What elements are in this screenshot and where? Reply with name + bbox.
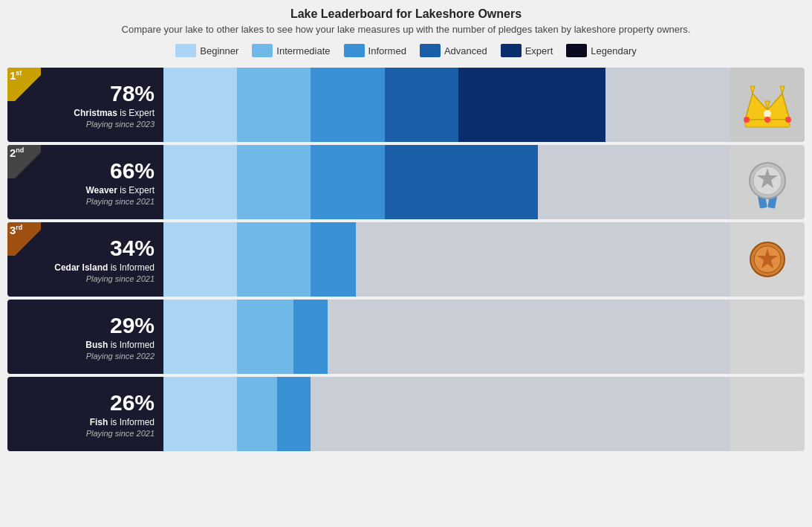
leaderboard-row-2: 2nd 66% Weaver is Expert Playing since 2… xyxy=(7,145,805,219)
row-trophy xyxy=(730,377,805,451)
bar-segment-beginner xyxy=(163,222,237,297)
row-percent: 29% xyxy=(30,313,155,338)
rank-number: 3rd xyxy=(10,224,22,236)
lake-level: is Expert xyxy=(120,185,155,195)
row-info: 3rd 34% Cedar Island is Informed Playing… xyxy=(7,222,163,297)
bar-segment-beginner xyxy=(163,377,237,451)
row-info: 2nd 66% Weaver is Expert Playing since 2… xyxy=(7,145,163,219)
legend-item-intermediate: Intermediate xyxy=(252,44,330,57)
rank-number: 1st xyxy=(10,70,22,81)
row-trophy xyxy=(730,222,805,297)
bar-segment-beginner xyxy=(163,68,237,142)
bar-segment-expert xyxy=(458,68,605,142)
leaderboard-row-3: 3rd 34% Cedar Island is Informed Playing… xyxy=(7,222,805,297)
svg-point-4 xyxy=(785,117,791,123)
row-info: 1st 78% Christmas is Expert Playing sinc… xyxy=(7,68,163,142)
legend-swatch xyxy=(420,44,441,57)
row-trophy xyxy=(730,68,805,142)
row-trophy xyxy=(730,145,805,219)
legend-swatch xyxy=(252,44,273,57)
lake-level: is Expert xyxy=(120,108,155,118)
bar-segment-intermediate xyxy=(237,68,311,142)
row-percent: 34% xyxy=(30,236,155,261)
row-percent: 66% xyxy=(30,158,155,184)
row-bar-area xyxy=(163,300,730,374)
svg-marker-6 xyxy=(750,86,755,94)
legend-item-expert: Expert xyxy=(501,44,553,57)
rank-badge: 3rd xyxy=(7,222,41,256)
lake-name: Weaver xyxy=(85,185,117,195)
legend-swatch xyxy=(344,44,365,57)
row-name-level: Christmas is Expert xyxy=(30,108,155,118)
silver-medal-icon xyxy=(745,155,790,210)
bar-segment-beginner xyxy=(163,300,237,374)
lake-name: Cedar Island xyxy=(54,262,108,273)
bar-segment-intermediate xyxy=(237,377,276,451)
bar-segment-intermediate xyxy=(237,145,311,219)
bar-segment-intermediate xyxy=(237,300,293,374)
legend: BeginnerIntermediateInformedAdvancedExpe… xyxy=(7,44,805,57)
legend-item-informed: Informed xyxy=(344,44,406,57)
playing-since: Playing since 2022 xyxy=(30,352,155,361)
leaderboard-row-5: 26% Fish is Informed Playing since 2021 xyxy=(7,377,805,451)
svg-point-2 xyxy=(764,110,771,117)
svg-point-3 xyxy=(744,117,750,123)
lake-level: is Informed xyxy=(111,340,155,350)
playing-since: Playing since 2021 xyxy=(30,274,155,283)
row-info: 29% Bush is Informed Playing since 2022 xyxy=(7,300,163,374)
legend-item-legendary: Legendary xyxy=(566,44,636,57)
bar-segment-intermediate xyxy=(237,222,311,297)
svg-marker-8 xyxy=(780,86,785,94)
row-name-level: Cedar Island is Informed xyxy=(30,262,155,273)
bar-segment-informed xyxy=(311,145,384,219)
bar-segment-empty xyxy=(328,300,730,374)
rank-badge: 1st xyxy=(7,68,41,101)
row-name-level: Bush is Informed xyxy=(30,340,155,350)
bar-segment-informed xyxy=(311,68,384,142)
legend-swatch xyxy=(566,44,587,57)
bar-segment-beginner xyxy=(163,145,237,219)
rank-badge: 2nd xyxy=(7,145,41,178)
bar-segment-informed xyxy=(293,300,328,374)
lake-level: is Informed xyxy=(111,417,155,427)
row-name-level: Weaver is Expert xyxy=(30,185,155,195)
lake-level: is Informed xyxy=(111,262,155,273)
legend-item-beginner: Beginner xyxy=(175,44,238,57)
bar-segment-advanced xyxy=(385,145,538,219)
legend-swatch xyxy=(501,44,522,57)
bronze-medal-icon xyxy=(749,241,786,278)
lake-name: Fish xyxy=(90,417,108,427)
leaderboard-row-4: 29% Bush is Informed Playing since 2022 xyxy=(7,300,805,374)
bar-segment-empty xyxy=(605,68,730,142)
crown-icon xyxy=(741,79,793,131)
row-percent: 26% xyxy=(30,390,155,416)
bar-segment-empty xyxy=(538,145,730,219)
bar-segment-empty xyxy=(356,222,730,297)
row-bar-area xyxy=(163,68,730,142)
svg-point-5 xyxy=(764,117,770,123)
leaderboard: 1st 78% Christmas is Expert Playing sinc… xyxy=(7,68,805,451)
leaderboard-row-1: 1st 78% Christmas is Expert Playing sinc… xyxy=(7,68,805,142)
lake-name: Christmas xyxy=(74,108,117,118)
bar-segment-advanced xyxy=(385,68,458,142)
row-info: 26% Fish is Informed Playing since 2021 xyxy=(7,377,163,451)
row-bar-area xyxy=(163,222,730,297)
row-trophy xyxy=(730,300,805,374)
bar-segment-informed xyxy=(277,377,311,451)
page-title: Lake Leaderboard for Lakeshore Owners xyxy=(7,7,805,21)
row-percent: 78% xyxy=(30,81,155,106)
playing-since: Playing since 2021 xyxy=(30,429,155,438)
legend-swatch xyxy=(175,44,196,57)
row-bar-area xyxy=(163,377,730,451)
playing-since: Playing since 2021 xyxy=(30,197,155,206)
lake-name: Bush xyxy=(85,340,108,350)
rank-number: 2nd xyxy=(10,147,24,158)
bar-segment-empty xyxy=(311,377,730,451)
row-name-level: Fish is Informed xyxy=(30,417,155,427)
page-subtitle: Compare your lake to other lakes to see … xyxy=(7,24,805,35)
bar-segment-informed xyxy=(311,222,356,297)
playing-since: Playing since 2023 xyxy=(30,120,155,129)
legend-item-advanced: Advanced xyxy=(420,44,487,57)
row-bar-area xyxy=(163,145,730,219)
